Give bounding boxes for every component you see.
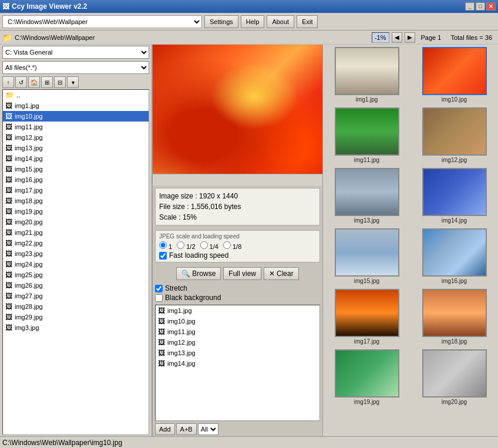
thumbnail-label: img14.jpg: [442, 217, 467, 224]
file-item[interactable]: 🖼img10.jpg: [3, 111, 149, 122]
file-item[interactable]: 🖼img29.jpg: [3, 312, 149, 322]
flower-overlay: [153, 45, 322, 174]
file-item[interactable]: 🖼img27.jpg: [3, 291, 149, 301]
file-item[interactable]: 🖼img22.jpg: [3, 238, 149, 248]
stretch-checkbox[interactable]: [155, 285, 163, 292]
add-button[interactable]: Add: [155, 423, 175, 435]
playlist-icon: 🖼: [158, 306, 165, 315]
playlist-item[interactable]: 🖼img12.jpg: [156, 337, 319, 348]
next-button[interactable]: ▶: [405, 32, 415, 43]
thumbnail-item[interactable]: img10.jpg: [413, 47, 496, 103]
page-info: Page 1: [418, 34, 445, 41]
jpeg-quarter-label: 1/4: [200, 241, 218, 250]
filter-select[interactable]: All files(*.*): [2, 61, 149, 74]
thumbnail-item[interactable]: img19.jpg: [325, 349, 408, 405]
minimize-button[interactable]: _: [465, 2, 475, 11]
file-item[interactable]: 🖼img28.jpg: [3, 301, 149, 312]
parent-dir[interactable]: 📁 ..: [3, 90, 149, 100]
thumbnail-label: img13.jpg: [354, 217, 379, 224]
thumbnail-item[interactable]: img20.jpg: [413, 349, 496, 405]
thumbnail-item[interactable]: img14.jpg: [413, 168, 496, 224]
playlist-item[interactable]: 🖼img14.jpg: [156, 358, 319, 369]
view-button[interactable]: ⊟: [54, 76, 66, 88]
close-button[interactable]: ✕: [486, 2, 496, 11]
help-button[interactable]: Help: [241, 15, 265, 28]
prev-button[interactable]: ◀: [392, 32, 402, 43]
maximize-button[interactable]: □: [476, 2, 485, 11]
file-item[interactable]: 🖼img13.jpg: [3, 143, 149, 153]
file-item[interactable]: 🖼img11.jpg: [3, 122, 149, 132]
jpeg-eighth-radio[interactable]: [223, 241, 231, 249]
thumbnail-image: [335, 47, 399, 95]
file-item[interactable]: 🖼img14.jpg: [3, 153, 149, 164]
thumbnail-image: [335, 168, 399, 216]
file-item[interactable]: 🖼img18.jpg: [3, 196, 149, 206]
file-item[interactable]: 🖼img26.jpg: [3, 280, 149, 291]
exit-button[interactable]: Exit: [297, 15, 318, 28]
file-item[interactable]: 🖼img17.jpg: [3, 185, 149, 196]
thumbnail-item[interactable]: img13.jpg: [325, 168, 408, 224]
file-icon: 🖼: [5, 197, 12, 205]
ab-button[interactable]: A+B: [176, 423, 197, 435]
up-button[interactable]: ↑: [2, 76, 14, 88]
refresh-button[interactable]: ↺: [15, 76, 27, 88]
thumbnail-item[interactable]: img18.jpg: [413, 289, 496, 345]
grid-button[interactable]: ⊞: [41, 76, 53, 88]
thumbnails-panel[interactable]: img1.jpg img10.jpg img11.jpg img12.jpg i…: [323, 45, 498, 436]
app-icon: 🖼: [2, 2, 9, 11]
file-icon: 🖼: [5, 271, 12, 279]
jpeg-box: JPEG scale and loading speed 1 1/2 1/4 1…: [155, 230, 320, 262]
file-item[interactable]: 🖼img20.jpg: [3, 217, 149, 227]
playlist-item[interactable]: 🖼img1.jpg: [156, 305, 319, 316]
file-item[interactable]: 🖼img16.jpg: [3, 174, 149, 185]
playlist-item[interactable]: 🖼img11.jpg: [156, 326, 319, 337]
file-item[interactable]: 🖼img21.jpg: [3, 227, 149, 238]
thumbnail-item[interactable]: img1.jpg: [325, 47, 408, 103]
playlist-item[interactable]: 🖼img13.jpg: [156, 348, 319, 358]
file-item[interactable]: 🖼img15.jpg: [3, 164, 149, 174]
thumbnail-item[interactable]: img16.jpg: [413, 228, 496, 284]
thumbnail-item[interactable]: img15.jpg: [325, 228, 408, 284]
clear-button[interactable]: ✕ Clear: [264, 267, 299, 280]
thumbnail-label: img19.jpg: [354, 399, 379, 405]
playlist-icon: 🖼: [158, 338, 165, 346]
options-button[interactable]: ▾: [67, 76, 79, 88]
file-icon: 🖼: [5, 176, 12, 184]
total-files: Total files = 36: [447, 34, 496, 41]
playlist-icon: 🖼: [158, 317, 165, 325]
thumbnail-item[interactable]: img17.jpg: [325, 289, 408, 345]
jpeg-1-radio[interactable]: [159, 241, 167, 249]
fast-loading-checkbox[interactable]: [159, 252, 167, 260]
left-panel: C: Vista General All files(*.*) ↑ ↺ 🏠 ⊞ …: [0, 45, 153, 436]
drive-select[interactable]: C: Vista General: [2, 46, 149, 59]
file-item[interactable]: 🖼img1.jpg: [3, 100, 149, 111]
browse-button[interactable]: 🔍 Browse: [176, 267, 221, 280]
file-item[interactable]: 🖼img23.jpg: [3, 248, 149, 259]
file-icon: 🖼: [5, 250, 12, 258]
file-item[interactable]: 🖼img19.jpg: [3, 206, 149, 217]
file-size-text: File size : 1,556,016 bytes: [159, 201, 316, 212]
thumbnail-item[interactable]: img11.jpg: [325, 107, 408, 163]
home-button[interactable]: 🏠: [28, 76, 40, 88]
black-bg-option: Black background: [155, 294, 320, 302]
full-view-button[interactable]: Full view: [223, 267, 261, 280]
path-dropdown[interactable]: C:\Windows\Web\Wallpaper: [2, 15, 202, 28]
thumbnail-label: img11.jpg: [354, 157, 379, 163]
file-item[interactable]: 🖼img24.jpg: [3, 259, 149, 270]
file-icon: 🖼: [5, 218, 12, 226]
file-list[interactable]: 📁 .. 🖼img1.jpg🖼img10.jpg🖼img11.jpg🖼img12…: [2, 89, 149, 435]
about-button[interactable]: About: [267, 15, 294, 28]
jpeg-quarter-radio[interactable]: [200, 241, 208, 249]
image-preview: [153, 45, 322, 174]
playlist[interactable]: 🖼img1.jpg🖼img10.jpg🖼img11.jpg🖼img12.jpg🖼…: [155, 305, 320, 421]
thumbnail-item[interactable]: img12.jpg: [413, 107, 496, 163]
file-item[interactable]: 🖼img25.jpg: [3, 270, 149, 280]
playlist-item[interactable]: 🖼img10.jpg: [156, 316, 319, 326]
file-item[interactable]: 🖼img3.jpg: [3, 322, 149, 333]
file-item[interactable]: 🖼img12.jpg: [3, 132, 149, 143]
black-bg-checkbox[interactable]: [155, 294, 163, 302]
settings-button[interactable]: Settings: [204, 15, 238, 28]
playlist-filter[interactable]: All: [198, 423, 218, 435]
thumbnail-label: img16.jpg: [442, 278, 467, 284]
jpeg-half-radio[interactable]: [177, 241, 184, 249]
